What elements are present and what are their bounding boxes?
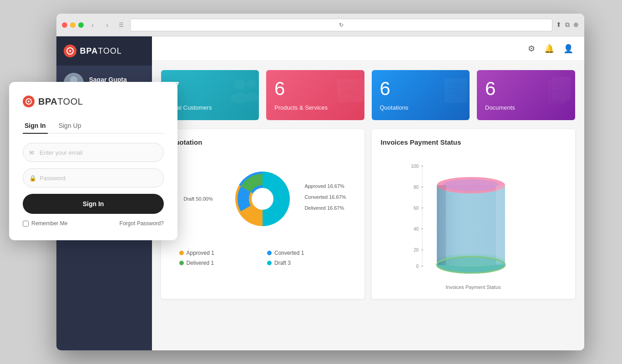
password-field[interactable] <box>23 168 164 187</box>
remember-me-text: Remember Me <box>31 220 67 227</box>
svg-rect-17 <box>553 86 563 87</box>
svg-rect-14 <box>449 92 458 94</box>
quotation-chart-card: Quotation Draft 50.00% <box>161 129 364 299</box>
forgot-password-link[interactable]: Forgot Password? <box>120 220 164 227</box>
email-field[interactable] <box>23 143 164 162</box>
share-icon[interactable]: ⬆ <box>556 21 561 29</box>
signin-footer: Remember Me Forgot Password? <box>23 220 164 227</box>
quotation-chart-title: Quotation <box>170 138 355 146</box>
topbar: ⚙ 🔔 👤 <box>152 36 584 61</box>
settings-icon[interactable]: ⚙ <box>528 44 535 54</box>
pie-chart-area: Draft 50.00% <box>170 153 355 244</box>
signin-button[interactable]: Sign In <box>23 194 164 214</box>
svg-rect-9 <box>342 84 360 87</box>
legend-dot-draft <box>267 261 272 265</box>
email-icon: ✉ <box>29 149 34 156</box>
sidebar-logo: BPATOOL <box>56 36 152 66</box>
legend-dot-approved <box>179 251 184 255</box>
pie-label-draft: Draft 50.00% <box>184 196 213 202</box>
stat-cards: 7 Total Customers 6 <box>161 70 575 120</box>
lock-icon: 🔒 <box>29 175 36 182</box>
legend-delivered: Delivered 1 <box>179 260 258 266</box>
y-label-80: 80 <box>414 185 419 190</box>
svg-rect-18 <box>553 90 561 92</box>
svg-rect-29 <box>437 185 505 265</box>
modal-logo-icon <box>23 96 35 107</box>
legend-label-approved: Approved 1 <box>187 250 214 256</box>
pie-labels-right: Approved 16.67% Converted 16.67% Deliver… <box>304 181 346 214</box>
legend-approved: Approved 1 <box>179 250 258 256</box>
svg-rect-13 <box>449 87 460 90</box>
customers-bg-icon <box>227 75 259 114</box>
browser-chrome: ‹ › ☰ ↻ ⬆ ⧉ ⊕ <box>56 14 584 36</box>
remember-me-label[interactable]: Remember Me <box>23 220 67 227</box>
label-delivered: Delivered 16.67% <box>304 202 346 213</box>
address-bar[interactable]: ↻ <box>130 19 552 31</box>
y-label-40: 40 <box>414 227 419 232</box>
stat-card-documents: 6 Documents <box>477 70 575 120</box>
label-converted: Converted 16.67% <box>304 192 346 202</box>
svg-point-36 <box>28 101 30 102</box>
reader-button[interactable]: ☰ <box>116 20 126 30</box>
tab-sign-up[interactable]: Sign Up <box>57 118 83 134</box>
auth-tabs: Sign In Sign Up <box>23 118 164 134</box>
legend-draft: Draft 3 <box>267 260 346 266</box>
login-modal: BPATOOL Sign In Sign Up ✉ 🔒 Sign In Reme… <box>9 82 177 240</box>
legend-dot-delivered <box>179 261 184 265</box>
svg-rect-11 <box>445 78 467 103</box>
logo-icon <box>64 45 76 57</box>
quotations-bg-icon <box>438 75 470 114</box>
svg-point-1 <box>69 50 71 52</box>
cylinder-chart-svg: 100 80 60 40 20 0 <box>410 158 537 276</box>
close-button[interactable] <box>62 22 67 28</box>
charts-row: Quotation Draft 50.00% <box>161 129 575 299</box>
cylinder-chart: 100 80 60 40 20 0 <box>381 153 566 281</box>
products-bg-icon <box>333 75 364 114</box>
legend-label-delivered: Delivered 1 <box>187 260 214 266</box>
y-label-20: 20 <box>414 248 419 253</box>
pie-legend: Approved 1 Converted 1 Delivered 1 <box>170 250 355 266</box>
email-input-group: ✉ <box>23 143 164 162</box>
back-button[interactable]: ‹ <box>87 20 98 30</box>
browser-actions: ⬆ ⧉ ⊕ <box>556 21 579 29</box>
invoices-chart-card: Invoices Payment Status 100 80 60 40 20 … <box>372 129 575 299</box>
legend-converted: Converted 1 <box>267 250 346 256</box>
y-label-100: 100 <box>411 164 419 169</box>
stat-card-quotations: 6 Quotations <box>372 70 470 120</box>
modal-logo: BPATOOL <box>23 96 164 107</box>
label-approved: Approved 16.67% <box>304 181 346 192</box>
svg-rect-12 <box>449 83 463 85</box>
forward-button[interactable]: › <box>102 20 113 30</box>
dashboard-body: 7 Total Customers 6 <box>152 61 584 350</box>
legend-label-converted: Converted 1 <box>274 250 304 256</box>
svg-point-4 <box>234 79 245 90</box>
legend-label-draft: Draft 3 <box>274 260 291 266</box>
duplicate-icon[interactable]: ⧉ <box>565 21 570 29</box>
user-account-icon[interactable]: 👤 <box>563 44 573 54</box>
notifications-icon[interactable]: 🔔 <box>544 44 554 54</box>
maximize-button[interactable] <box>78 22 84 28</box>
modal-logo-text: BPATOOL <box>38 96 83 107</box>
svg-rect-32 <box>437 185 446 265</box>
logo-text: BPATOOL <box>80 46 122 56</box>
legend-dot-converted <box>267 251 272 255</box>
invoices-chart-title: Invoices Payment Status <box>381 138 566 146</box>
invoices-chart-subtitle: Invoices Payment Status <box>381 284 566 290</box>
y-label-0: 0 <box>416 264 419 269</box>
stat-card-products-services: 6 Products & Services <box>266 70 364 120</box>
svg-point-31 <box>443 179 499 191</box>
remember-me-checkbox[interactable] <box>23 221 29 227</box>
password-input-group: 🔒 <box>23 168 164 187</box>
svg-point-6 <box>247 79 256 88</box>
tab-sign-in[interactable]: Sign In <box>23 118 48 134</box>
reload-icon: ↻ <box>339 22 344 28</box>
minimize-button[interactable] <box>70 22 76 28</box>
traffic-lights <box>62 22 84 28</box>
documents-bg-icon <box>543 75 575 114</box>
menu-icon[interactable]: ⊕ <box>573 21 579 29</box>
svg-rect-33 <box>496 185 505 265</box>
pie-chart-donut <box>231 167 294 231</box>
main-content: ⚙ 🔔 👤 7 Total Customers <box>152 36 584 350</box>
y-label-60: 60 <box>414 206 419 211</box>
svg-rect-10 <box>342 90 355 93</box>
